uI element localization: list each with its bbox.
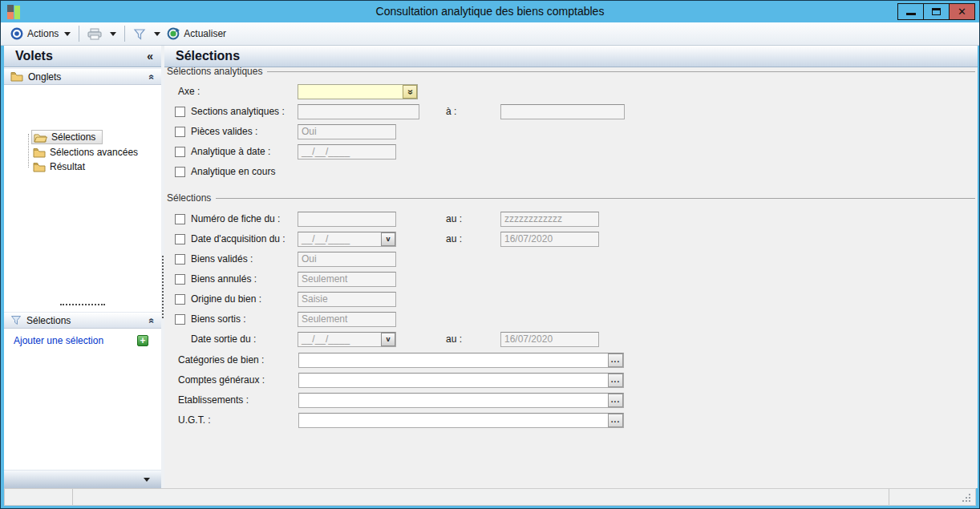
comptes-generaux-input[interactable]: ... <box>298 373 624 388</box>
date-sortie-to-input[interactable]: 16/07/2020 <box>500 332 599 347</box>
sections-to-label: à : <box>446 104 456 119</box>
panel-splitter-handle[interactable] <box>4 304 161 305</box>
numero-fiche-checkbox[interactable] <box>175 214 185 224</box>
origine-bien-input[interactable]: Saisie <box>298 292 396 307</box>
axe-combobox[interactable]: « <box>298 84 418 99</box>
biens-annules-checkbox[interactable] <box>175 274 185 285</box>
analytique-a-date-input[interactable]: __/__/____ <box>298 144 396 160</box>
sidebar-footer-bar[interactable] <box>4 470 161 488</box>
close-button[interactable]: ✕ <box>949 3 975 20</box>
filter-button[interactable] <box>130 26 149 42</box>
biens-sortis-checkbox[interactable] <box>175 314 185 325</box>
biens-annules-input[interactable]: Seulement <box>298 272 396 287</box>
close-icon: ✕ <box>958 6 966 17</box>
biens-sortis-label: Biens sortis : <box>191 312 246 327</box>
onglets-group-title: Onglets <box>28 71 61 83</box>
origine-bien-checkbox[interactable] <box>175 294 185 305</box>
selections-group-header[interactable]: Sélections « <box>4 312 161 329</box>
analytique-a-date-checkbox[interactable] <box>175 147 185 157</box>
chevron-down-icon: v <box>386 336 390 343</box>
actions-label: Actions <box>27 28 59 39</box>
title-bar: Consultation analytique des biens compta… <box>1 1 979 22</box>
date-acquisition-to-input[interactable]: 16/07/2020 <box>500 232 599 247</box>
add-selection-link[interactable]: Ajouter une sélection <box>14 335 103 346</box>
categories-bien-input[interactable]: ... <box>298 353 624 368</box>
row-categories-bien: Catégories de bien : ... <box>164 353 978 369</box>
collapse-group-icon[interactable]: « <box>147 74 158 79</box>
biens-valides-label: Biens validés : <box>191 252 253 267</box>
main-header: Sélections <box>164 46 978 67</box>
analytique-en-cours-label: Analytique en cours <box>191 164 275 180</box>
analytique-en-cours-checkbox[interactable] <box>175 167 185 177</box>
date-acquisition-to-label: au : <box>446 232 462 247</box>
date-dropdown-button[interactable]: v <box>381 333 395 346</box>
minimize-button[interactable] <box>897 3 924 20</box>
numero-fiche-from-input[interactable] <box>298 212 396 227</box>
sections-to-input[interactable] <box>500 104 625 119</box>
dropdown-arrow-icon <box>64 32 71 36</box>
date-acquisition-combobox[interactable]: __/__/____ v <box>298 232 396 247</box>
dropdown-arrow-icon <box>154 32 160 36</box>
print-button[interactable] <box>84 26 105 42</box>
ugt-input[interactable]: ... <box>298 413 624 428</box>
row-pieces-valides: Pièces valides : Oui <box>164 124 978 140</box>
toolbar: Actions <box>1 22 979 46</box>
date-acquisition-checkbox[interactable] <box>175 234 185 244</box>
sidebar-item-resultat[interactable]: Résultat <box>31 160 91 174</box>
status-divider <box>72 489 73 505</box>
add-plus-icon[interactable]: + <box>137 335 148 346</box>
resize-grip-icon[interactable] <box>962 492 972 502</box>
date-dropdown-button[interactable]: v <box>381 232 395 246</box>
ellipsis-browse-button[interactable]: ... <box>608 414 623 427</box>
refresh-icon <box>167 27 180 40</box>
window-title: Consultation analytique des biens compta… <box>1 5 979 18</box>
ellipsis-browse-button[interactable]: ... <box>608 374 623 387</box>
main-title: Sélections <box>164 49 240 63</box>
print-options-button[interactable] <box>105 30 119 38</box>
numero-fiche-to-input[interactable]: zzzzzzzzzzzz <box>500 212 599 227</box>
maximize-button[interactable] <box>923 3 950 20</box>
sections-from-input[interactable] <box>298 104 419 119</box>
sidebar-item-selections[interactable]: Sélections <box>31 130 103 144</box>
add-selection-row: Ajouter une sélection + <box>4 334 161 349</box>
window-controls: ✕ <box>898 3 975 20</box>
group-rule <box>267 71 975 72</box>
status-bar <box>4 488 976 506</box>
sidebar-item-label: Résultat <box>50 161 85 172</box>
actions-menu-button[interactable]: Actions <box>7 26 74 42</box>
refresh-button[interactable]: Actualiser <box>164 26 229 42</box>
pieces-valides-checkbox[interactable] <box>175 127 185 137</box>
row-biens-annules: Biens annulés : Seulement <box>164 272 978 288</box>
sidebar-item-label: Sélections avancées <box>50 147 138 158</box>
biens-valides-input[interactable]: Oui <box>298 252 396 267</box>
filter-options-button[interactable] <box>149 30 164 38</box>
tree-connector-line <box>28 134 29 168</box>
categories-bien-label: Catégories de bien : <box>178 353 264 368</box>
collapse-sidebar-icon[interactable]: « <box>147 50 161 63</box>
group-title: Sélections analytiques <box>167 66 262 77</box>
collapse-group-icon[interactable]: « <box>147 317 158 323</box>
splitter-grip-icon <box>162 256 164 318</box>
sidebar-item-label: Sélections <box>51 131 95 143</box>
analytique-a-date-label: Analytique à date : <box>191 144 270 160</box>
ugt-label: U.G.T. : <box>178 413 211 428</box>
biens-sortis-input[interactable]: Seulement <box>298 312 396 327</box>
pieces-valides-input[interactable]: Oui <box>298 124 396 139</box>
ellipsis-browse-button[interactable]: ... <box>608 353 623 367</box>
row-etablissements: Etablissements : ... <box>164 393 978 409</box>
sidebar-header: Volets « <box>4 46 161 67</box>
row-date-acquisition: Date d'acquisition du : __/__/____ v au … <box>164 232 978 248</box>
sections-analytiques-checkbox[interactable] <box>175 107 185 117</box>
sidebar-title: Volets <box>4 49 53 63</box>
onglets-group-header[interactable]: Onglets « <box>4 68 161 85</box>
date-sortie-combobox[interactable]: __/__/____ v <box>298 332 396 347</box>
chevron-down-icon: v <box>386 236 390 243</box>
ellipsis-browse-button[interactable]: ... <box>608 394 623 407</box>
axe-dropdown-button[interactable]: « <box>403 85 417 99</box>
row-comptes-generaux: Comptes généraux : ... <box>164 373 978 389</box>
folder-icon <box>10 71 23 82</box>
biens-valides-checkbox[interactable] <box>175 254 185 265</box>
sidebar-item-selections-avancees[interactable]: Sélections avancées <box>31 145 144 160</box>
pieces-valides-label: Pièces valides : <box>191 124 257 139</box>
etablissements-input[interactable]: ... <box>298 393 624 408</box>
